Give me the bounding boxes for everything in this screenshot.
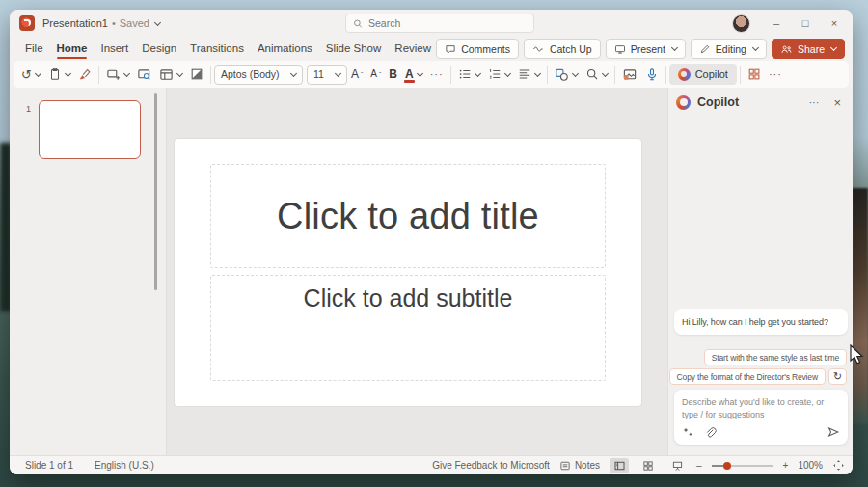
slide-thumbnail-1[interactable] (39, 100, 141, 159)
slideshow-icon (671, 460, 684, 472)
copilot-prompt-box[interactable] (674, 390, 848, 445)
slide-canvas[interactable]: Click to add title Click to add subtitle (175, 139, 641, 406)
suggestion-chip-2[interactable]: Copy the format of the Director's Review (669, 368, 826, 385)
divider (665, 66, 666, 84)
numbering-button[interactable] (484, 63, 514, 86)
divider (614, 66, 615, 84)
send-icon[interactable] (827, 425, 840, 439)
bold-button[interactable]: B (385, 63, 401, 86)
slide-count-status[interactable]: Slide 1 of 1 (25, 460, 73, 471)
thumbnails-scrollbar[interactable] (154, 93, 157, 290)
reuse-slides-button[interactable] (133, 63, 155, 86)
menu-transitions[interactable]: Transitions (183, 40, 251, 57)
zoom-slider-handle[interactable] (723, 462, 731, 470)
copilot-ribbon-label: Copilot (695, 68, 728, 80)
normal-view-icon (613, 460, 626, 472)
wave-icon (532, 43, 545, 55)
prompt-sparkle-icon[interactable] (682, 426, 694, 439)
title-placeholder[interactable]: Click to add title (210, 164, 606, 268)
language-status[interactable]: English (U.S.) (95, 460, 154, 471)
comments-button[interactable]: Comments (436, 39, 519, 59)
fit-to-window-icon[interactable] (832, 459, 845, 472)
font-size-value: 11 (313, 68, 324, 80)
feedback-link[interactable]: Give Feedback to Microsoft (432, 460, 550, 471)
wallpaper-right-detail (852, 188, 868, 424)
font-name-select[interactable]: Aptos (Body) (214, 65, 303, 85)
suggestion-chip-1[interactable]: Start with the same style as last time (704, 349, 847, 365)
title-separator: • (112, 17, 116, 29)
editing-button[interactable]: Editing (691, 39, 767, 59)
catch-up-label: Catch Up (550, 43, 592, 55)
chevron-down-icon (534, 69, 541, 76)
paste-button[interactable] (44, 63, 74, 86)
zoom-level[interactable]: 100% (798, 460, 823, 471)
more-icon: ··· (769, 69, 782, 80)
attach-paperclip-icon[interactable] (704, 426, 717, 439)
subtitle-placeholder[interactable]: Click to add subtitle (210, 275, 606, 381)
add-ins-button[interactable] (744, 63, 765, 86)
menu-insert[interactable]: Insert (94, 40, 135, 57)
slideshow-view-button[interactable] (667, 458, 687, 473)
shrink-font-icon: A (370, 69, 377, 79)
present-label: Present (631, 43, 665, 55)
mouse-cursor (847, 344, 864, 367)
catch-up-button[interactable]: Catch Up (524, 39, 601, 59)
caret-down-icon: ˇ (379, 71, 381, 78)
share-button[interactable]: Share (772, 39, 845, 59)
align-button[interactable] (514, 63, 544, 86)
search-input[interactable] (368, 17, 527, 29)
document-title[interactable]: Presentation1 • Saved (42, 17, 160, 29)
copilot-prompt-input[interactable] (682, 396, 840, 421)
notes-toggle[interactable]: Notes (559, 460, 600, 472)
font-color-button[interactable]: A (401, 63, 426, 86)
menu-slide-show[interactable]: Slide Show (319, 40, 389, 57)
designer-button[interactable] (618, 63, 641, 86)
refresh-suggestions-button[interactable]: ↻ (828, 368, 847, 385)
format-painter-button[interactable] (74, 63, 95, 86)
shapes-button[interactable] (551, 63, 582, 86)
search-icon (353, 18, 363, 29)
close-button[interactable]: × (822, 13, 847, 34)
ribbon-more-button[interactable]: ··· (765, 63, 786, 86)
copilot-logo-icon (678, 68, 691, 81)
section-button[interactable] (186, 63, 207, 86)
menu-home[interactable]: Home (50, 40, 95, 57)
minimize-button[interactable]: – (764, 13, 789, 34)
copilot-more-button[interactable]: ··· (804, 95, 823, 110)
normal-view-button[interactable] (610, 458, 629, 473)
layout-icon (159, 68, 174, 82)
user-avatar[interactable] (732, 14, 750, 33)
reuse-slides-icon (137, 68, 151, 82)
copilot-close-button[interactable]: × (829, 94, 845, 112)
search-box[interactable] (345, 14, 534, 33)
menu-review[interactable]: Review (388, 40, 438, 57)
new-slide-button[interactable] (102, 63, 133, 86)
chevron-down-icon (752, 44, 759, 51)
font-size-select[interactable]: 11 (307, 65, 347, 85)
zoom-out-button[interactable]: – (696, 460, 702, 471)
chevron-down-icon (35, 69, 41, 76)
copilot-ribbon-button[interactable]: Copilot (669, 64, 737, 85)
more-font-options-button[interactable]: ··· (426, 63, 448, 86)
slide-sorter-view-button[interactable] (638, 458, 658, 473)
status-bar: Slide 1 of 1 English (U.S.) Give Feedbac… (10, 455, 853, 474)
grid-view-icon (642, 460, 654, 472)
layout-button[interactable] (155, 63, 186, 86)
menu-bar: File Home Insert Design Transitions Anim… (10, 37, 853, 60)
maximize-button[interactable]: □ (793, 13, 818, 34)
zoom-slider[interactable] (712, 465, 773, 467)
subtitle-placeholder-text: Click to add subtitle (304, 284, 513, 312)
chevron-down-icon (417, 69, 423, 76)
undo-button[interactable]: ↺ (17, 63, 44, 86)
divider (547, 66, 548, 84)
menu-file[interactable]: File (18, 40, 50, 57)
bullets-button[interactable] (454, 63, 484, 86)
zoom-in-button[interactable]: + (783, 460, 789, 471)
grow-font-button[interactable]: Aˆ (347, 63, 366, 86)
shrink-font-button[interactable]: Aˇ (366, 63, 385, 86)
present-button[interactable]: Present (606, 39, 686, 59)
find-button[interactable] (582, 63, 611, 86)
menu-animations[interactable]: Animations (251, 40, 319, 57)
menu-design[interactable]: Design (135, 40, 183, 57)
dictate-button[interactable] (641, 63, 663, 86)
